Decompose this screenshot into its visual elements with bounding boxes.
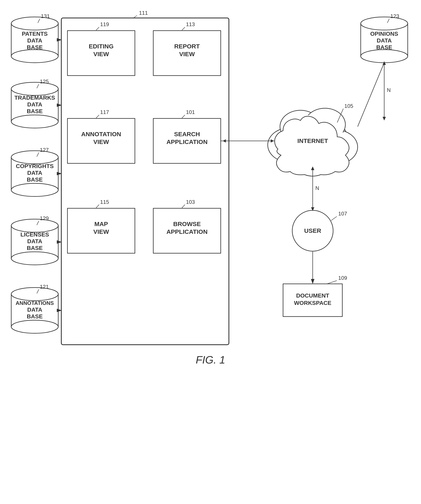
- svg-text:107: 107: [338, 210, 347, 217]
- svg-text:OPINIONS: OPINIONS: [370, 31, 398, 37]
- svg-point-34: [11, 320, 58, 333]
- svg-point-41: [361, 17, 408, 30]
- svg-text:111: 111: [139, 10, 148, 16]
- svg-point-2: [11, 50, 58, 63]
- svg-text:ANNOTATIONS: ANNOTATIONS: [16, 300, 54, 306]
- svg-text:109: 109: [338, 275, 347, 281]
- svg-text:SEARCH: SEARCH: [174, 131, 200, 138]
- svg-text:REPORT: REPORT: [174, 43, 200, 50]
- svg-text:BASE: BASE: [27, 176, 43, 183]
- svg-point-25: [11, 219, 58, 232]
- svg-text:BASE: BASE: [27, 108, 43, 114]
- svg-text:VIEW: VIEW: [93, 228, 109, 235]
- svg-point-17: [11, 151, 58, 164]
- opinions-db: OPINIONS DATA BASE 123: [361, 13, 408, 63]
- svg-text:BASE: BASE: [27, 313, 43, 320]
- svg-text:DATA: DATA: [27, 238, 42, 245]
- svg-text:DATA: DATA: [377, 37, 392, 44]
- svg-text:113: 113: [186, 21, 195, 27]
- figure-label: FIG. 1: [196, 354, 225, 366]
- svg-text:129: 129: [40, 215, 49, 221]
- svg-text:121: 121: [40, 284, 49, 290]
- copyrights-db: COPYRIGHTS DATA BASE 127: [11, 147, 58, 197]
- svg-text:EDITING: EDITING: [89, 43, 114, 50]
- svg-text:101: 101: [186, 109, 195, 115]
- svg-text:N: N: [387, 87, 391, 93]
- svg-text:MAP: MAP: [94, 221, 108, 227]
- svg-text:INTERNET: INTERNET: [297, 138, 328, 144]
- svg-point-1: [11, 17, 58, 30]
- svg-text:103: 103: [186, 199, 195, 205]
- patents-db: PATENTS DATA BASE 131: [11, 13, 58, 63]
- svg-text:131: 131: [41, 13, 50, 19]
- svg-text:DATA: DATA: [27, 101, 42, 108]
- svg-text:COPYRIGHTS: COPYRIGHTS: [16, 163, 54, 169]
- svg-text:115: 115: [100, 199, 109, 205]
- svg-text:PATENTS: PATENTS: [22, 31, 48, 37]
- svg-text:VIEW: VIEW: [93, 51, 109, 57]
- svg-text:APPLICATION: APPLICATION: [166, 228, 207, 235]
- svg-point-10: [11, 115, 58, 128]
- svg-text:N: N: [315, 185, 319, 191]
- svg-text:BASE: BASE: [376, 44, 392, 50]
- svg-text:DOCUMENT: DOCUMENT: [296, 292, 329, 299]
- internet-cloud: INTERNET 105: [268, 103, 358, 176]
- trademarks-db: TRADEMARKS DATA BASE 125: [11, 78, 58, 128]
- svg-text:VIEW: VIEW: [179, 51, 195, 57]
- svg-line-102: [327, 281, 337, 284]
- svg-text:DATA: DATA: [27, 306, 42, 313]
- svg-text:LICENSES: LICENSES: [20, 231, 49, 238]
- svg-text:DATA: DATA: [27, 37, 42, 44]
- user-circle: USER 107: [292, 210, 347, 251]
- svg-text:BASE: BASE: [27, 245, 43, 251]
- svg-point-26: [11, 252, 58, 265]
- annotations-db: ANNOTATIONS DATA BASE 121: [11, 284, 58, 333]
- svg-marker-110: [383, 117, 386, 120]
- svg-text:127: 127: [40, 147, 49, 153]
- svg-text:125: 125: [40, 78, 49, 84]
- svg-text:WORKSPACE: WORKSPACE: [294, 300, 331, 306]
- svg-text:VIEW: VIEW: [93, 138, 109, 145]
- licenses-db: LICENSES DATA BASE 129: [11, 215, 58, 265]
- document-workspace-box: DOCUMENT WORKSPACE 109: [283, 275, 347, 317]
- svg-text:USER: USER: [304, 227, 321, 234]
- svg-text:BASE: BASE: [27, 44, 43, 50]
- svg-text:117: 117: [100, 109, 109, 115]
- svg-text:BROWSE: BROWSE: [173, 221, 201, 227]
- svg-text:TRADEMARKS: TRADEMARKS: [14, 95, 55, 101]
- diagram-container: PATENTS DATA BASE 131 TRADEMARKS DATA BA…: [0, 0, 421, 504]
- svg-line-112: [358, 63, 384, 127]
- svg-text:ANNOTATION: ANNOTATION: [81, 131, 121, 138]
- svg-point-9: [11, 82, 58, 95]
- svg-line-97: [331, 216, 337, 221]
- svg-point-18: [11, 183, 58, 197]
- svg-point-42: [361, 50, 408, 63]
- svg-point-33: [11, 288, 58, 301]
- svg-text:APPLICATION: APPLICATION: [166, 138, 207, 145]
- svg-text:DATA: DATA: [27, 170, 42, 176]
- svg-text:119: 119: [100, 21, 109, 27]
- svg-text:105: 105: [344, 103, 353, 109]
- svg-text:123: 123: [390, 13, 399, 19]
